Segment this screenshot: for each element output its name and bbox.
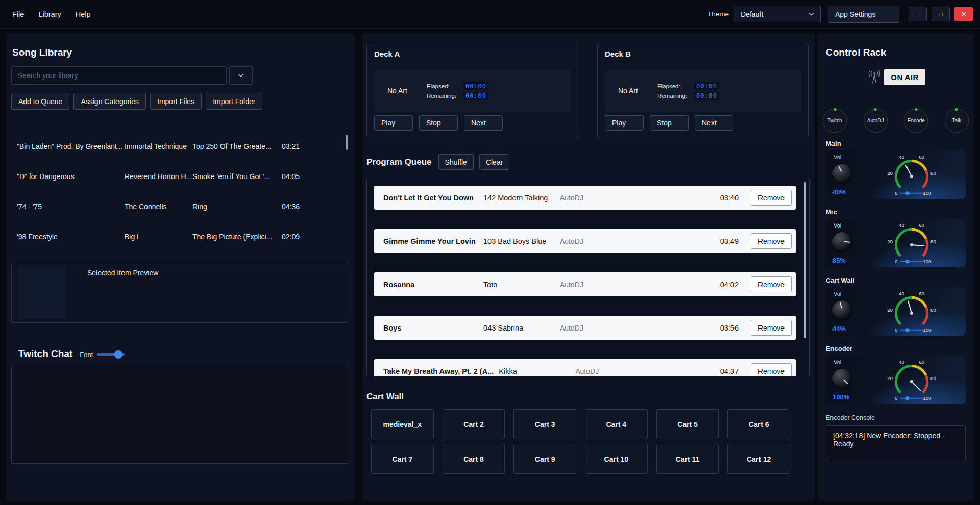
gauge-tick-label: 60	[919, 359, 924, 365]
library-scrollbar[interactable]	[346, 135, 348, 150]
remove-button[interactable]: Remove	[751, 190, 792, 206]
mixer-channel: Cart Wall Vol 44% 0 20 40 60 80 100	[826, 276, 966, 336]
preview-label: Selected Item Preview	[87, 269, 158, 277]
volume-percent: 100%	[832, 393, 849, 401]
elapsed-label: Elapsed:	[427, 83, 463, 89]
deck-stop-button[interactable]: Stop	[419, 115, 458, 131]
song-title: '74 - '75	[17, 203, 125, 211]
cart-button[interactable]: Cart 4	[585, 409, 648, 439]
queue-scrollbar[interactable]	[804, 182, 806, 338]
song-library-title: Song Library	[12, 47, 354, 58]
minimize-icon: –	[916, 10, 920, 18]
volume-knob[interactable]	[832, 164, 851, 183]
volume-knob[interactable]	[832, 300, 851, 319]
twitch-chat-header: Twitch Chat Font	[12, 335, 354, 360]
gauge-arc-yellow	[912, 297, 926, 307]
app-settings-button[interactable]: App Settings	[828, 6, 899, 23]
cart-button[interactable]: Cart 3	[513, 409, 576, 439]
cart-button[interactable]: Cart 7	[371, 444, 434, 474]
gauge-arc-red	[923, 170, 927, 187]
menu-help[interactable]: Help	[76, 10, 91, 18]
assign-categories-button[interactable]: Assign Categories	[74, 93, 146, 110]
song-album: Top 250 Of The Greate...	[192, 142, 282, 150]
console-log-line: [04:32:18] New Encoder: Stopped - Ready	[833, 432, 945, 448]
rack-buttons: Twitch AutoDJ Encode Talk	[823, 109, 969, 133]
remaining-time: 00:00	[694, 92, 719, 100]
queue-item-duration: 03:49	[720, 237, 739, 245]
remove-button[interactable]: Remove	[751, 276, 792, 292]
queue-item[interactable]: Boys 043 Sabrina AutoDJ 03:56 Remove	[374, 316, 796, 340]
library-row[interactable]: "Bin Laden" Prod. By Greenlant... Immort…	[6, 131, 354, 161]
close-icon: ×	[961, 9, 966, 19]
remove-button[interactable]: Remove	[751, 363, 792, 376]
queue-item-source: AutoDJ	[560, 281, 720, 289]
song-album: Ring	[192, 203, 282, 211]
library-search-input[interactable]	[11, 66, 227, 85]
twitch-toggle-button[interactable]: Twitch	[823, 109, 847, 133]
gauge-arc-green	[896, 161, 912, 187]
minimize-button[interactable]: –	[909, 7, 927, 21]
volume-knob[interactable]	[832, 369, 851, 388]
deck-stop-button[interactable]: Stop	[650, 115, 689, 131]
mixer-channel: Main Vol 40% 0 20 40 60 80 100	[826, 140, 966, 199]
level-gauge: 0 20 40 60 80 100	[859, 288, 964, 334]
cart-button[interactable]: Cart 12	[727, 444, 790, 474]
gauge-slider-dot[interactable]	[905, 191, 909, 195]
gauge-tick-label: 100	[923, 190, 932, 196]
remove-button[interactable]: Remove	[751, 233, 792, 249]
add-to-queue-button[interactable]: Add to Queue	[11, 93, 69, 110]
main-panel: Deck A No Art Elapsed: 00:00 Remaining: …	[362, 34, 815, 501]
remove-button[interactable]: Remove	[751, 320, 792, 336]
library-row[interactable]: '74 - '75 The Connells Ring 04:36	[6, 191, 354, 221]
shuffle-button[interactable]: Shuffle	[438, 154, 474, 170]
autodj-toggle-button[interactable]: AutoDJ	[864, 109, 888, 133]
cart-button[interactable]: Cart 6	[727, 409, 790, 439]
volume-label: Vol	[834, 222, 841, 229]
encode-toggle-button[interactable]: Encode	[904, 109, 928, 133]
gauge-tick-label: 100	[923, 395, 932, 401]
queue-item[interactable]: Gimme Gimme Your Lovin 103 Bad Boys Blue…	[374, 229, 796, 253]
channel-box: Vol 85% 0 20 40 60 80 100	[826, 219, 966, 267]
gauge-slider-dot[interactable]	[905, 396, 909, 400]
theme-select[interactable]: Default	[734, 6, 821, 22]
deck-next-button[interactable]: Next	[464, 115, 503, 131]
gauge-slider-dot[interactable]	[905, 260, 909, 263]
library-row[interactable]: "D" for Dangerous Reverend Horton H... S…	[6, 161, 354, 191]
queue-item-artist: Toto	[483, 281, 560, 289]
maximize-button[interactable]: □	[932, 7, 950, 21]
font-size-slider[interactable]	[97, 350, 125, 359]
close-button[interactable]: ×	[954, 7, 973, 21]
library-search-dropdown-button[interactable]	[229, 66, 253, 85]
deck-play-button[interactable]: Play	[605, 115, 644, 131]
cart-button[interactable]: Cart 10	[585, 444, 648, 474]
cart-button[interactable]: Cart 5	[656, 409, 719, 439]
talk-toggle-button[interactable]: Talk	[945, 109, 969, 133]
cart-button[interactable]: Cart 2	[443, 409, 505, 439]
status-led	[874, 108, 877, 111]
cart-button[interactable]: Cart 8	[443, 444, 505, 474]
cart-button[interactable]: Cart 9	[513, 444, 576, 474]
gauge-needle	[908, 301, 912, 314]
import-files-button[interactable]: Import Files	[150, 93, 202, 110]
slider-thumb[interactable]	[114, 350, 122, 359]
gauge-slider-dot[interactable]	[905, 328, 909, 332]
deck-play-button[interactable]: Play	[374, 115, 413, 131]
clear-button[interactable]: Clear	[479, 154, 509, 170]
menu-file[interactable]: File	[12, 10, 24, 18]
queue-item-source: AutoDJ	[560, 237, 720, 245]
import-folder-button[interactable]: Import Folder	[206, 93, 262, 110]
deck-art-placeholder: No Art	[618, 87, 638, 95]
queue-item[interactable]: Rosanna Toto AutoDJ 04:02 Remove	[374, 272, 796, 296]
remaining-time: 00:00	[463, 92, 488, 100]
volume-knob[interactable]	[832, 232, 851, 251]
cart-button[interactable]: medieval_x	[371, 409, 434, 439]
song-duration: 04:36	[282, 203, 312, 211]
deck-next-button[interactable]: Next	[695, 115, 733, 131]
library-row[interactable]: '98 Freestyle Big L The Big Picture (Exp…	[6, 221, 354, 251]
queue-item-title: Rosanna	[383, 281, 483, 289]
menu-library[interactable]: Library	[38, 10, 61, 18]
queue-item[interactable]: Don't Let It Get You Down 142 Modern Tal…	[374, 186, 796, 210]
gauge-tick-label: 20	[887, 307, 893, 313]
queue-item[interactable]: Take My Breath Away, Pt. 2 (A... Kikka A…	[374, 359, 796, 376]
cart-button[interactable]: Cart 11	[656, 444, 719, 474]
